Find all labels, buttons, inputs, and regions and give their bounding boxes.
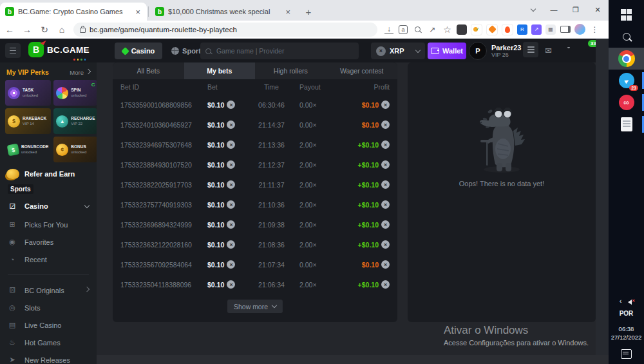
crocodile-mascot-illustration	[471, 102, 533, 175]
home-icon[interactable]: ⌂	[54, 22, 70, 37]
chevron-right-icon	[84, 287, 90, 292]
bet-id[interactable]: 1753323632122028160	[120, 241, 207, 249]
bets-tab-high-rollers[interactable]: High rollers	[255, 62, 327, 79]
window-minimize-button[interactable]: —	[543, 0, 565, 19]
sidebar-toggle-icon[interactable]	[558, 23, 572, 36]
bet-value: $0.10	[207, 161, 224, 169]
vip-perk-recharge[interactable]: ▲RECHARGEVIP 22	[53, 108, 97, 134]
bets-table-body: 1753359001068809856$0.10×06:30:460.00×$0…	[113, 95, 397, 294]
window-restore-button[interactable]: ❐	[565, 0, 587, 19]
taskbar-notepad-icon[interactable]	[609, 113, 644, 135]
vip-perk-bonuscode[interactable]: $BONUSCODEunlocked	[5, 137, 51, 162]
extensions-puzzle-icon[interactable]: ▦	[545, 24, 556, 35]
taskbar-red-app-icon[interactable]: ∞	[609, 91, 644, 113]
sidebar-item-slots[interactable]: ◎Slots	[0, 299, 97, 316]
bet-id[interactable]: 1753323567092584064	[120, 261, 207, 269]
vip-perk-spin[interactable]: SPINunlockedC	[53, 80, 97, 106]
language-indicator[interactable]: POR	[609, 310, 644, 317]
bet-id[interactable]: 1753323884930107520	[120, 161, 207, 169]
browser-tab-christmas[interactable]: b $10,000 Christmas week special ×	[150, 3, 297, 21]
bets-tab-wager-contest[interactable]: Wager contest	[327, 62, 398, 79]
game-search-bar[interactable]	[200, 43, 359, 59]
bet-id[interactable]: 1753323696894324999	[120, 221, 207, 229]
perk-subtitle: unlocked	[71, 149, 86, 155]
sidebar-item-new-releases[interactable]: ➤New Releases	[0, 351, 97, 364]
hidden-icons-chevron[interactable]: ‹	[620, 297, 622, 305]
vip-perks-more-link[interactable]: More	[70, 69, 90, 76]
watermark-subtitle: Acesse Configurações para ativar o Windo…	[444, 339, 589, 347]
currency-selector[interactable]: × XRP	[371, 43, 425, 59]
sidebar-item-picks-for-you[interactable]: ⊞Picks For You	[0, 216, 97, 233]
bcgame-logo[interactable]: B BC.GAME	[28, 42, 90, 57]
table-row: 1753359001068809856$0.10×06:30:460.00×$0…	[113, 95, 397, 115]
bet-id[interactable]: 1753323822025917703	[120, 181, 207, 189]
ext-shield-icon[interactable]: R	[517, 24, 527, 35]
sidebar-item-favorites[interactable]: ◉Favorites	[0, 233, 97, 251]
bet-id[interactable]: 1753324010360465927	[120, 121, 207, 129]
browser-profile-avatar[interactable]	[573, 23, 587, 36]
sidebar-item-hot-games[interactable]: ♨Hot Games	[0, 334, 97, 351]
bet-value: $0.10	[207, 201, 224, 209]
ext-purple-cursor-icon[interactable]: ↗	[531, 24, 542, 35]
translate-icon[interactable]: a	[399, 25, 408, 34]
bet-id[interactable]: 1753323946975307648	[120, 141, 207, 149]
mail-icon[interactable]: ✉	[545, 46, 552, 55]
ext-flame-icon[interactable]	[502, 24, 513, 35]
sidebar-item-casino[interactable]: ⚂ Casino	[0, 196, 97, 216]
new-tab-button[interactable]: +	[301, 4, 316, 19]
start-button[interactable]	[609, 4, 644, 26]
bet-id[interactable]: 1753359001068809856	[120, 101, 207, 109]
vip-perk-bonus[interactable]: ¢BONUSunlocked	[53, 137, 97, 162]
bets-tab-my-bets[interactable]: My bets	[184, 62, 256, 79]
user-profile[interactable]: P Parker23 VIP 26	[469, 42, 522, 60]
share-icon[interactable]: ↗	[426, 23, 439, 36]
reload-icon[interactable]: ↻	[37, 22, 52, 37]
bet-id[interactable]: 1753323757740919303	[120, 201, 207, 209]
bets-tab-all-bets[interactable]: All Bets	[113, 62, 184, 79]
xrp-coin-icon: ×	[381, 140, 390, 149]
action-center-icon[interactable]	[621, 349, 632, 359]
taskbar-search-icon[interactable]	[609, 26, 644, 48]
back-icon[interactable]: ←	[2, 22, 17, 37]
nav-tab-casino[interactable]: Casino	[115, 43, 162, 59]
forward-icon[interactable]: →	[19, 22, 35, 37]
sidebar-item-live-casino[interactable]: ▤Live Casino	[0, 316, 97, 334]
ext-profile-check-icon[interactable]: ✓	[471, 24, 482, 35]
user-avatar[interactable]: P	[469, 42, 487, 60]
volume-muted-icon[interactable]	[628, 298, 633, 303]
ext-dark-icon[interactable]	[457, 24, 467, 35]
bookmark-star-icon[interactable]: ☆	[440, 23, 454, 36]
metamask-icon[interactable]	[486, 24, 498, 35]
taskbar-clock[interactable]: 06:38 27/12/2022	[609, 325, 644, 341]
tab-close-icon[interactable]: ×	[284, 8, 292, 16]
bet-payout: 0.00×	[296, 121, 341, 129]
taskbar-telegram-icon[interactable]: ► 23	[609, 70, 644, 91]
lock-icon[interactable]	[80, 28, 86, 33]
taskbar-chrome-icon[interactable]	[609, 48, 644, 70]
bet-id[interactable]: 1753323504118388096	[120, 281, 207, 289]
bcgame-wordmark: BC.GAME	[47, 45, 90, 55]
browser-tab-bcgame[interactable]: b BC.Game: Crypto Casino Games ×	[0, 3, 147, 21]
bet-amount: $0.10×	[207, 180, 247, 189]
tab-close-icon[interactable]: ×	[134, 8, 142, 16]
sidebar-item-recent[interactable]: ◔Recent	[0, 251, 97, 268]
sidebar-item-bc-originals[interactable]: ⚄BC Originals	[0, 282, 97, 299]
wallet-button[interactable]: Wallet	[428, 43, 466, 59]
show-more-button[interactable]: Show more	[227, 300, 283, 313]
browser-menu-kebab-icon[interactable]: ⋮	[588, 23, 601, 36]
address-bar[interactable]: bc.game/game/quantum-roulette-by-playtec…	[73, 23, 377, 37]
save-download-icon[interactable]: ↓	[384, 24, 393, 34]
game-search-input[interactable]	[215, 46, 346, 55]
vip-perk-task[interactable]: TASKunlocked	[5, 80, 51, 106]
tab-search-chevron-icon[interactable]	[524, 0, 543, 19]
zoom-icon[interactable]	[411, 23, 424, 36]
scrollbar-gutter[interactable]	[596, 39, 609, 364]
hamburger-menu-icon[interactable]	[5, 43, 21, 58]
perk-title: RECHARGE	[71, 116, 95, 121]
perk-title: BONUS	[71, 144, 86, 149]
url-text[interactable]: bc.game/game/quantum-roulette-by-playtec…	[90, 26, 237, 34]
window-close-button[interactable]: ✕	[587, 0, 609, 19]
vip-rank-icon[interactable]	[523, 42, 538, 57]
vip-perk-rakeback[interactable]: $RAKEBACKVIP 14	[5, 108, 51, 134]
refer-and-earn-link[interactable]: Refer and Earn	[0, 162, 97, 182]
